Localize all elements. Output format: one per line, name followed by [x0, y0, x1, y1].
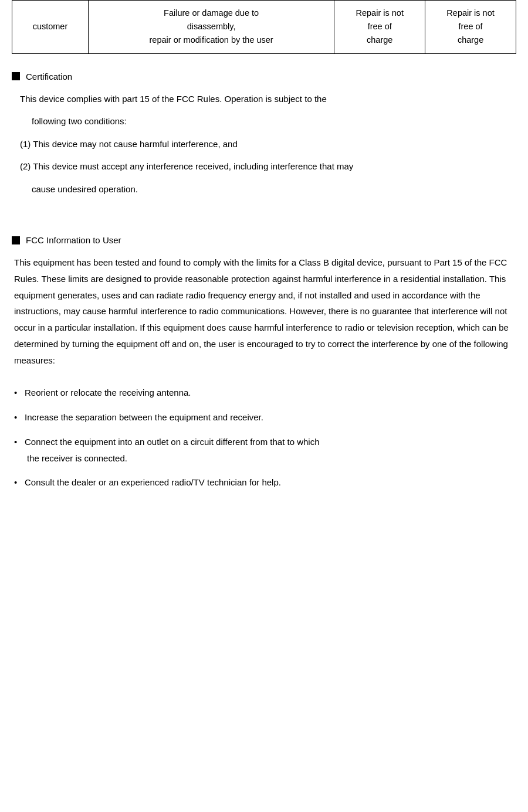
repair4-line2: free of	[459, 22, 483, 31]
page-container: customer Failure or damage due to disass…	[0, 0, 528, 526]
table-row: customer Failure or damage due to disass…	[12, 1, 516, 54]
failure-line2: disassembly,	[187, 22, 236, 31]
spacer2	[14, 369, 516, 381]
spacer1	[12, 209, 516, 221]
bullet-item-2: Increase the separation between the equi…	[14, 409, 516, 426]
cert-condition1: (1) This device may not cause harmful in…	[20, 136, 516, 153]
failure-line3: repair or modification by the user	[150, 35, 273, 45]
repair4-line1: Repair is not	[446, 8, 494, 18]
cert-condition2: (2) This device must accept any interfer…	[20, 158, 516, 175]
table-cell-repair3: Repair is not free of charge	[334, 1, 425, 54]
repair3-line1: Repair is not	[356, 8, 404, 18]
fcc-bullet-list: Reorient or relocate the receiving anten…	[14, 385, 516, 491]
warranty-table: customer Failure or damage due to disass…	[12, 0, 516, 54]
fcc-title: FCC Information to User	[26, 235, 121, 245]
table-cell-repair4: Repair is not free of charge	[425, 1, 516, 54]
bullet-1-text: Reorient or relocate the receiving anten…	[25, 388, 191, 397]
repair3-line2: free of	[368, 22, 392, 31]
fcc-paragraph: This equipment has been tested and found…	[14, 254, 516, 368]
bullet-3-sub: the receiver is connected.	[27, 453, 127, 463]
bullet-item-3: Connect the equipment into an outlet on …	[14, 434, 516, 467]
fcc-icon	[12, 236, 20, 244]
table-cell-failure: Failure or damage due to disassembly, re…	[88, 1, 334, 54]
repair4-line3: charge	[458, 35, 483, 45]
bullet-item-4: Consult the dealer or an experienced rad…	[14, 474, 516, 491]
bullet-item-1: Reorient or relocate the receiving anten…	[14, 385, 516, 401]
certification-section: Certification This device complies with …	[12, 72, 516, 198]
bullet-4-text: Consult the dealer or an experienced rad…	[25, 477, 281, 487]
cert-para1: This device complies with part 15 of the…	[20, 91, 516, 108]
certification-body: This device complies with part 15 of the…	[20, 91, 516, 198]
table-cell-customer: customer	[12, 1, 89, 54]
cert-para1-cont: following two conditions:	[32, 113, 516, 130]
fcc-heading: FCC Information to User	[12, 235, 516, 245]
fcc-body: This equipment has been tested and found…	[14, 254, 516, 491]
repair3-line3: charge	[367, 35, 392, 45]
certification-title: Certification	[26, 72, 72, 81]
failure-line1: Failure or damage due to	[164, 8, 259, 18]
bullet-3-text: Connect the equipment into an outlet on …	[25, 437, 320, 447]
cert-condition2-cont: cause undesired operation.	[32, 181, 516, 198]
certification-heading: Certification	[12, 72, 516, 81]
bullet-2-text: Increase the separation between the equi…	[25, 412, 263, 422]
certification-icon	[12, 72, 20, 80]
fcc-section: FCC Information to User This equipment h…	[12, 235, 516, 491]
